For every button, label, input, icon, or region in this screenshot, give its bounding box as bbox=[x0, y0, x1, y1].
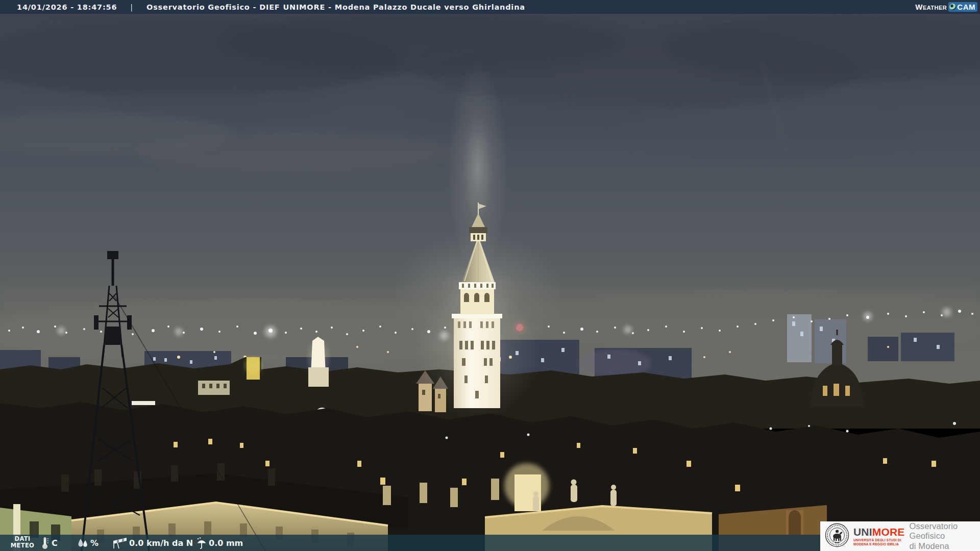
unimore-wordmark: UNIMORE UNIVERSITÀ DEGLI STUDI DI MODENA… bbox=[853, 527, 905, 546]
rain-value: 0.0 mm bbox=[209, 535, 243, 551]
university-name-line2: MODENA E REGGIO EMILIA bbox=[853, 542, 905, 546]
separator: | bbox=[130, 3, 133, 11]
weathercam-cam-label: CAM bbox=[957, 3, 975, 11]
dati-meteo-label: DATI METEO bbox=[7, 536, 38, 549]
temperature-value: C bbox=[52, 535, 58, 551]
wordmark-uni: UNI bbox=[853, 526, 872, 538]
thermometer-icon bbox=[41, 535, 49, 551]
unimore-seal-icon bbox=[825, 523, 849, 549]
rain-icon bbox=[195, 535, 208, 551]
status-bar: 14/01/2026 - 18:47:56 | Osservatorio Geo… bbox=[0, 0, 980, 14]
wind-value: 0.0 km/h da N bbox=[129, 535, 193, 551]
weathercam-weather-label: WEATHER bbox=[915, 3, 947, 11]
observatory-name: Osservatorio Geofisico di Modena bbox=[910, 521, 976, 551]
timestamp: 14/01/2026 - 18:47:56 bbox=[17, 3, 117, 11]
weathercam-badge: CAM bbox=[948, 2, 977, 12]
wordmark-more: MORE bbox=[872, 526, 905, 538]
unimore-plaque[interactable]: UNIMORE UNIVERSITÀ DEGLI STUDI DI MODENA… bbox=[820, 521, 980, 551]
humidity-value: % bbox=[90, 535, 99, 551]
windsock-icon bbox=[112, 535, 128, 551]
camera-title: Osservatorio Geofisico - DIEF UNIMORE - … bbox=[146, 3, 525, 11]
university-name-line1: UNIVERSITÀ DEGLI STUDI DI bbox=[853, 538, 905, 542]
humidity-icon bbox=[77, 535, 89, 551]
weathercam-lens-icon bbox=[949, 4, 956, 10]
weathercam-logo[interactable]: WEATHER CAM bbox=[915, 1, 977, 13]
webcam-viewer: 14/01/2026 - 18:47:56 | Osservatorio Geo… bbox=[0, 0, 980, 551]
webcam-photo bbox=[0, 0, 980, 551]
